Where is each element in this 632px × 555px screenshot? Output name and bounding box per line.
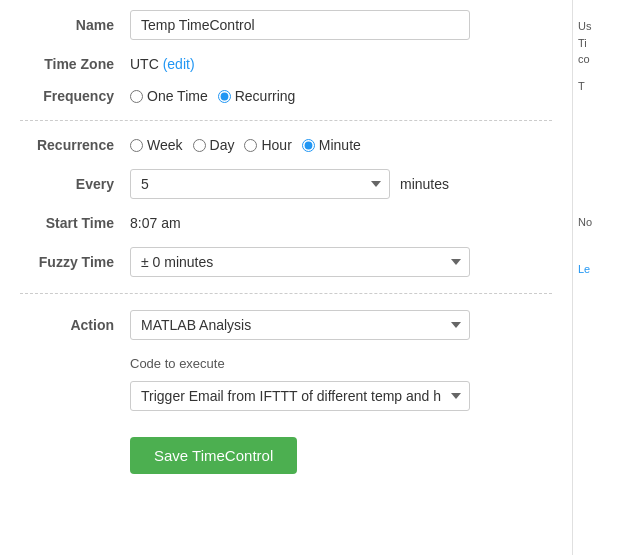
save-button[interactable]: Save TimeControl: [130, 437, 297, 474]
fuzzy-time-row: Fuzzy Time ± 0 minutes ± 1 minute ± 2 mi…: [20, 247, 552, 277]
recurrence-week-label: Week: [147, 137, 183, 153]
start-time-label: Start Time: [20, 215, 130, 231]
recurrence-week-radio[interactable]: [130, 139, 143, 152]
recurrence-minute-option[interactable]: Minute: [302, 137, 361, 153]
fuzzy-time-label: Fuzzy Time: [20, 254, 130, 270]
side-text-4: Le: [578, 261, 627, 278]
frequency-onetime-option[interactable]: One Time: [130, 88, 208, 104]
name-row: Name: [20, 10, 552, 40]
side-text-2: T: [578, 78, 627, 95]
timezone-value: UTC: [130, 56, 159, 72]
code-label: Code to execute: [130, 356, 225, 371]
side-text-3: No: [578, 214, 627, 231]
action-row: Action MATLAB Analysis Email HTTP Reques…: [20, 310, 552, 340]
action-label: Action: [20, 317, 130, 333]
start-time-value: 8:07 am: [130, 215, 181, 231]
frequency-recurring-option[interactable]: Recurring: [218, 88, 296, 104]
recurrence-hour-option[interactable]: Hour: [244, 137, 291, 153]
frequency-row: Frequency One Time Recurring: [20, 88, 552, 104]
every-select[interactable]: 1 2 3 4 5 10 15 20 30: [130, 169, 390, 199]
recurrence-minute-label: Minute: [319, 137, 361, 153]
every-row: Every 1 2 3 4 5 10 15 20 30 minutes: [20, 169, 552, 199]
divider-1: [20, 120, 552, 121]
timezone-edit-link[interactable]: (edit): [163, 56, 195, 72]
recurrence-hour-label: Hour: [261, 137, 291, 153]
frequency-recurring-label: Recurring: [235, 88, 296, 104]
recurrence-day-radio[interactable]: [193, 139, 206, 152]
every-label: Every: [20, 176, 130, 192]
recurrence-week-option[interactable]: Week: [130, 137, 183, 153]
timezone-row: Time Zone UTC (edit): [20, 56, 552, 72]
frequency-onetime-label: One Time: [147, 88, 208, 104]
code-select[interactable]: Trigger Email from IFTTT of different te…: [130, 381, 470, 411]
name-label: Name: [20, 17, 130, 33]
save-row: Save TimeControl: [20, 427, 552, 474]
frequency-label: Frequency: [20, 88, 130, 104]
recurrence-hour-radio[interactable]: [244, 139, 257, 152]
side-text-1: Us Ti co: [578, 18, 627, 68]
start-time-row: Start Time 8:07 am: [20, 215, 552, 231]
recurrence-row: Recurrence Week Day Hour Minute: [20, 137, 552, 153]
code-row: Code to execute Trigger Email from IFTTT…: [20, 356, 552, 411]
recurrence-day-option[interactable]: Day: [193, 137, 235, 153]
action-select[interactable]: MATLAB Analysis Email HTTP Request: [130, 310, 470, 340]
divider-2: [20, 293, 552, 294]
name-input[interactable]: [130, 10, 470, 40]
recurrence-day-label: Day: [210, 137, 235, 153]
recurrence-minute-radio[interactable]: [302, 139, 315, 152]
side-panel: Us Ti co T No Le: [572, 0, 632, 555]
every-suffix: minutes: [400, 176, 449, 192]
recurrence-label: Recurrence: [20, 137, 130, 153]
side-link[interactable]: Le: [578, 263, 590, 275]
timezone-label: Time Zone: [20, 56, 130, 72]
frequency-onetime-radio[interactable]: [130, 90, 143, 103]
frequency-recurring-radio[interactable]: [218, 90, 231, 103]
fuzzy-time-select[interactable]: ± 0 minutes ± 1 minute ± 2 minutes ± 5 m…: [130, 247, 470, 277]
